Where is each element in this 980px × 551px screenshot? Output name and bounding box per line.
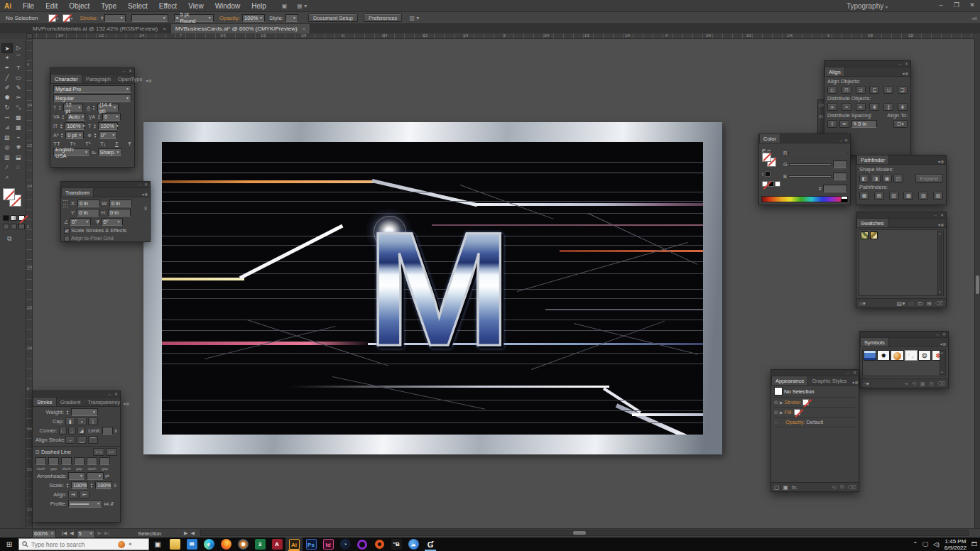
white-swatch[interactable] [775, 181, 780, 187]
baseline-shift-field[interactable]: 0 pt▼ [65, 131, 84, 139]
color-spectrum-bar[interactable] [761, 196, 848, 202]
symbol-thumb-orb[interactable] [891, 350, 903, 361]
symbol-libraries-icon[interactable]: ⌂▾ [863, 381, 869, 387]
align-stroke-inside-button[interactable]: ⎽ [77, 436, 87, 444]
antialias-dropdown[interactable]: Sharp▼ [98, 148, 122, 156]
place-symbol-icon[interactable]: ⇥ [903, 381, 908, 387]
align-hcenter-button[interactable]: ⊓ [842, 86, 851, 94]
stroke-weight-stepper[interactable]: ▲▼ [101, 16, 104, 20]
language-dropdown[interactable]: English: USA▼ [53, 148, 90, 156]
panel-menu-icon[interactable]: ▾≣ [938, 342, 948, 347]
underline-icon[interactable]: T [115, 141, 119, 147]
visibility-eye-icon[interactable]: ⊙ [774, 400, 778, 405]
purple-ring-app-icon[interactable] [354, 538, 371, 551]
free-transform-tool[interactable]: ⤡ [13, 103, 24, 113]
zoom-tool[interactable]: ⌕ [1, 173, 13, 182]
green-value-field[interactable] [833, 160, 847, 168]
panel-window-icons[interactable]: ↔ ✕ [933, 212, 944, 217]
rectangle-tool[interactable]: ▭ [13, 73, 24, 83]
cap-butt-button[interactable]: ▮ [65, 418, 75, 425]
corner-round-button[interactable]: ◞ [68, 427, 76, 435]
green-3-app-icon[interactable]: 3 [251, 538, 268, 551]
swatches-scrollbar[interactable]: ▲▼ [937, 231, 942, 295]
zoom-level-dropdown[interactable]: 600%▼ [32, 530, 56, 538]
align-pixel-grid-checkbox[interactable] [64, 236, 70, 241]
panel-menu-icon[interactable]: ▾≣ [144, 78, 154, 83]
artboard-number-dropdown[interactable]: 5▼ [77, 530, 95, 538]
draw-inside-button[interactable] [18, 224, 25, 229]
panel-menu-icon[interactable]: ▾≣ [140, 192, 150, 197]
fill-stroke-control[interactable] [3, 188, 24, 209]
b-app-icon[interactable]: "B [388, 538, 405, 551]
none-swatch[interactable] [762, 181, 768, 187]
g-app-icon[interactable]: Ɠ [422, 538, 439, 551]
gap1-field[interactable] [48, 457, 59, 465]
close-button[interactable]: ✕ [964, 0, 980, 11]
photoshop-taskbar-icon[interactable]: Ps [303, 538, 320, 551]
spacing-value-field[interactable]: ⇅ 0 in [851, 120, 877, 128]
gradient-tool[interactable]: ▧ [1, 133, 13, 143]
tab-paragraph[interactable]: Paragraph [82, 75, 114, 83]
horizontal-scroll-thumb[interactable] [573, 531, 586, 535]
corner-miter-button[interactable]: ∟ [59, 427, 67, 435]
panel-window-icons[interactable]: ↔ ✕ [107, 391, 119, 396]
volume-icon[interactable]: ◁) [933, 541, 940, 547]
firefox-icon[interactable] [217, 538, 234, 551]
transform-x-field[interactable]: 0 in [77, 200, 100, 207]
expand-arrow-icon[interactable]: ▶ [780, 400, 783, 405]
appearance-fill-link[interactable]: Fill: [785, 409, 793, 415]
stroke-panel-link[interactable]: Stroke: [80, 15, 97, 21]
symbol-sprayer-tool[interactable]: ✾ [13, 143, 24, 153]
tab-gradient[interactable]: Gradient [57, 398, 85, 406]
start-button[interactable]: ⊞ [0, 540, 18, 548]
opacity-link[interactable]: Opacity: [219, 15, 240, 21]
pen-tool[interactable]: ✒ [1, 63, 13, 73]
delete-swatch-icon[interactable]: ⌫ [935, 300, 943, 307]
transform-y-field[interactable]: 0 in [77, 209, 99, 217]
align-bottom-button[interactable]: ⊒ [898, 86, 908, 94]
arrow-scale-y-field[interactable]: 100% [95, 481, 112, 489]
add-effect-icon[interactable]: fx. [792, 484, 797, 491]
delete-symbol-icon[interactable]: ⌫ [937, 381, 945, 387]
ruler-origin-corner[interactable] [26, 33, 33, 39]
document-setup-button[interactable]: Document Setup [308, 13, 358, 22]
trim-button[interactable]: ▤ [874, 192, 884, 200]
stroke-weight-dropdown[interactable]: ▼ [104, 14, 126, 22]
subscript-icon[interactable]: T₁ [100, 141, 106, 147]
mesh-tool[interactable]: ▦ [13, 123, 24, 133]
panel-menu-icon[interactable]: ▾≣ [900, 71, 910, 76]
tracking-field[interactable]: 0▼ [102, 113, 121, 121]
hex-value-field[interactable] [823, 185, 847, 192]
panel-window-icons[interactable]: ↔ ✕ [137, 182, 148, 187]
network-icon[interactable]: 🖵 [922, 541, 928, 548]
draw-behind-button[interactable] [11, 224, 17, 229]
expand-button[interactable]: Expand [915, 174, 943, 182]
font-family-dropdown[interactable]: Myriad Pro▼ [53, 85, 131, 93]
task-view-button[interactable]: ▣ [149, 538, 166, 551]
panel-window-icons[interactable]: ↔ ✕ [898, 61, 909, 66]
swatch-libraries-icon[interactable]: ⌂▾ [859, 300, 866, 307]
break-link-icon[interactable]: ⟲ [912, 381, 917, 387]
blue-slider[interactable] [788, 175, 832, 178]
fill-swatch-none[interactable] [3, 188, 15, 200]
align-right-button[interactable]: ⊐ [856, 86, 866, 94]
intersect-button[interactable]: ▣ [882, 175, 892, 182]
align-dash-button[interactable]: ⌐⌐ [106, 448, 117, 456]
pencil-tool[interactable]: ✎ [13, 83, 24, 93]
panel-menu-icon[interactable]: ↔ ✕ [837, 138, 850, 143]
stroke-color-well[interactable]: ▾ [62, 14, 72, 22]
doc-tab-businesscards[interactable]: MVBusinessCards.ai* @ 600% (CMYK/Preview… [171, 24, 310, 33]
dash2-field[interactable] [61, 457, 72, 465]
distribute-hspace-button[interactable]: ⇹ [839, 120, 849, 128]
tab-appearance[interactable]: Appearance [771, 376, 808, 385]
distribute-hcenter-button[interactable]: ∥ [883, 103, 893, 111]
horizontal-scale-field[interactable]: 100%▼ [98, 122, 118, 130]
gap2-field[interactable] [74, 457, 85, 465]
align-to-dropdown[interactable]: ⊡▾ [893, 120, 908, 128]
gap3-field[interactable] [99, 457, 110, 465]
panel-window-icons[interactable]: ↔ ✕ [121, 68, 133, 73]
width-tool[interactable]: ⇿ [1, 113, 13, 123]
minimize-button[interactable]: – [933, 0, 949, 11]
line-segment-tool[interactable]: ╱ [1, 73, 13, 83]
clear-appearance-icon[interactable]: ⟲ [832, 484, 837, 491]
